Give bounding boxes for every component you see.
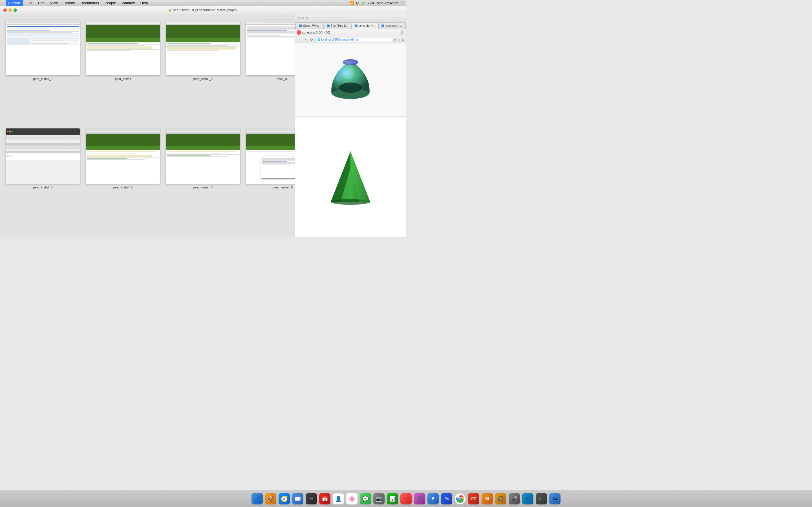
tab-favicon-3 [355,24,357,27]
menu-window[interactable]: Window [119,0,137,6]
thumbnail-frame-2 [166,20,240,75]
thumbnail-pear-install-5[interactable]: <?php error_re... if(func... mb_internal… [6,128,80,231]
popup-window-title: cone.php (400×400) [302,31,399,34]
menu-help[interactable]: Help [138,0,150,6]
zoom-button[interactable]: ⊕ [394,38,396,41]
address-bar[interactable]: 🌐 localhost:8888/cone.php?sha... [315,37,393,42]
thumbnail-label-7: pear_install_7 [193,186,213,189]
tab-cone-4a[interactable]: cone.php 4... [352,22,378,29]
popup-close-button[interactable]: × [297,30,301,35]
popup-title-bar [295,14,406,22]
menu-right-icons: 📶 ⬡ 🔋 72% Mon 12:32 pm ☰ [350,1,404,5]
cone-popup-window: Colour Whe... The Fixed S... cone.php 4.… [295,14,406,237]
popup-content-area [295,43,406,237]
tab-favicon-2 [327,24,329,27]
tab-label-1: Colour Whe... [303,24,320,27]
thumbnail-frame-0 [6,20,80,75]
thumbnail-pear-install-6[interactable]: pear_install_6 [86,128,160,231]
thumbnail-label-6: pear_install_6 [113,186,133,189]
globe-icon: 🌐 [317,38,320,41]
thumbnail-label-1: pear_install [115,77,131,80]
thumbnail-frame-1 [86,20,160,75]
back-button[interactable]: ‹ [297,37,302,42]
tab-label-4: cone.php 4... [386,24,402,27]
maximize-button[interactable] [13,8,17,12]
window-title: 🔒 pear_install_0 (9 documents, 9 total p… [168,8,238,12]
title-text: pear_install_0 (9 documents, 9 total pag… [173,8,238,12]
app-window: 🔒 pear_install_0 (9 documents, 9 total p… [0,6,406,237]
popup-tabs-bar: Colour Whe... The Fixed S... cone.php 4.… [295,22,406,29]
cone-simple-area [295,117,406,237]
menu-people[interactable]: People [102,0,118,6]
tab-colour-wheel[interactable]: Colour Whe... [296,22,323,29]
lock-icon: 🔒 [168,8,172,11]
thumbnail-pear-install[interactable]: pear_install [86,20,160,122]
tab-label-3: cone.php 4... [359,24,375,27]
tab-cone-4b[interactable]: cone.php 4... [378,22,405,29]
window-controls [3,8,17,12]
thumbnail-label-3: pear_in... [276,77,290,80]
title-bar: 🔒 pear_install_0 (9 documents, 9 total p… [0,6,406,14]
thumbnail-frame-7 [166,128,240,184]
menu-edit[interactable]: Edit [36,0,47,6]
thumbnail-label-5: pear_install_5 [33,186,53,189]
bluetooth-icon: ⬡ [356,1,359,5]
tab-favicon-1 [299,24,302,27]
cone-simple-image [325,146,376,208]
menu-history[interactable]: History [61,0,77,6]
menu-file[interactable]: File [24,0,35,6]
thumbnail-pear-install-0[interactable]: pear_install_0 [6,20,80,122]
close-button[interactable] [3,8,7,12]
refresh-button[interactable]: ↻ [309,37,314,42]
minimize-button[interactable] [8,8,12,12]
clock: Mon 12:32 pm [377,1,398,5]
menu-bookmarks[interactable]: Bookmarks [79,0,101,6]
thumbnail-label-0: pear_install_0 [33,77,53,80]
menu-view[interactable]: View [48,0,60,6]
battery-icon: 🔋 [361,1,365,5]
battery-percent: 72% [368,1,374,5]
thumbnail-pear-install-2[interactable]: pear_install_2 [166,20,240,122]
popup-new-tab-button[interactable]: + [400,30,404,35]
thumbnail-label-2: pear_install_2 [193,77,213,80]
forward-button[interactable]: › [303,37,308,42]
thumbnail-label-8: pear_install_8 [273,186,293,189]
tab-favicon-4 [382,24,384,27]
cone-3d-image [325,55,376,105]
bookmark-button[interactable]: ☆ [398,38,400,41]
popup-toolbar: × cone.php (400×400) + [295,29,406,36]
thumbnail-pear-install-7[interactable]: pear_install_7 [166,128,240,231]
menu-chrome[interactable]: Chrome [6,0,23,6]
tab-fixed-s[interactable]: The Fixed S... [324,22,351,29]
thumbnail-frame-6 [86,128,160,184]
cone-3d-area [295,43,406,117]
menu-bar: Chrome File Edit View History Bookmarks … [0,0,406,6]
popup-dot-2 [302,17,304,19]
menu-items: Chrome File Edit View History Bookmarks … [6,0,150,6]
thumbnail-frame-5: <?php error_re... if(func... mb_internal… [6,128,80,184]
address-text: localhost:8888/cone.php?sha... [321,38,360,41]
notification-icon: ☰ [401,1,404,5]
svg-point-1 [339,82,362,93]
popup-dot-3 [306,17,308,19]
wifi-icon: 📶 [350,1,354,5]
tab-label-2: The Fixed S... [331,24,348,27]
popup-chrome-toolbar: ‹ › ↻ 🌐 localhost:8888/cone.php?sha... ⊕… [295,36,406,43]
popup-dot-1 [298,17,301,19]
reload-button[interactable]: ↻ [402,38,404,42]
popup-nav-dots [297,17,309,19]
